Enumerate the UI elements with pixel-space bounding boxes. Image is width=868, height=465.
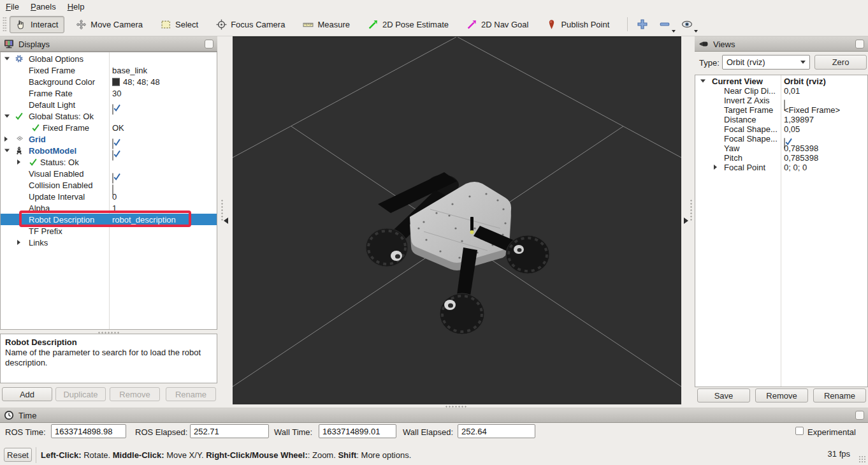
- wall-time-input[interactable]: [319, 424, 396, 438]
- property-value[interactable]: OK: [112, 123, 124, 133]
- tool-2d-pose-estimate[interactable]: 2D Pose Estimate: [361, 16, 455, 33]
- property-value[interactable]: 1: [112, 203, 117, 213]
- zero-button[interactable]: Zero: [814, 55, 867, 70]
- tree-row-focal-shape[interactable]: Focal Shape...: [695, 133, 867, 143]
- menu-item-panels[interactable]: Panels: [25, 1, 62, 13]
- mouse-help-text: Left-Click: Rotate. Middle-Click: Move X…: [41, 450, 411, 460]
- tree-row-default-light[interactable]: Default Light: [1, 99, 217, 110]
- expander-closed-icon[interactable]: [17, 240, 20, 245]
- tree-row-status-ok[interactable]: Status: Ok: [1, 156, 217, 168]
- ros-time-input[interactable]: [51, 424, 126, 438]
- tree-row-frame-rate[interactable]: Frame Rate30: [1, 87, 217, 99]
- property-label: Current View: [712, 76, 763, 85]
- toolbar-drag-handle[interactable]: [3, 17, 7, 32]
- tree-row-robot-description[interactable]: Robot Descriptionrobot_description: [1, 214, 217, 225]
- tree-row-current-view[interactable]: Current ViewOrbit (rviz): [695, 76, 867, 85]
- duplicate-button[interactable]: Duplicate: [55, 387, 106, 401]
- property-value[interactable]: 0: [112, 192, 117, 202]
- collapse-left-arrow-icon[interactable]: [224, 218, 228, 224]
- tree-row-near-clip-di[interactable]: Near Clip Di...0,01: [695, 85, 867, 95]
- tool-label: Interact: [31, 20, 58, 29]
- tool-select[interactable]: Select: [154, 16, 205, 33]
- time-icon: [4, 410, 18, 420]
- property-value[interactable]: robot_description: [112, 215, 176, 225]
- displays-float-button[interactable]: [205, 40, 213, 48]
- tree-row-distance[interactable]: Distance1,39897: [695, 114, 867, 124]
- views-float-button[interactable]: [855, 40, 864, 48]
- rename-button[interactable]: Rename: [813, 388, 866, 402]
- chevron-down-icon: [672, 30, 676, 33]
- menu-item-file[interactable]: File: [0, 1, 25, 13]
- remove-button[interactable]: Remove: [110, 387, 160, 401]
- reset-button[interactable]: Reset: [4, 448, 32, 462]
- property-value[interactable]: <Fixed Frame>: [784, 105, 840, 114]
- tree-row-tf-prefix[interactable]: TF Prefix: [1, 225, 217, 237]
- property-value[interactable]: 0,785398: [784, 152, 818, 162]
- displays-tree: Global OptionsFixed Framebase_linkBackgr…: [0, 52, 217, 330]
- tree-row-focal-shape[interactable]: Focal Shape...0,05: [695, 124, 867, 133]
- property-label: Fixed Frame: [29, 66, 75, 75]
- remove-button[interactable]: Remove: [755, 388, 808, 402]
- tree-row-focal-point[interactable]: Focal Point0; 0; 0: [695, 162, 867, 172]
- views-panel-title: Views: [713, 40, 735, 49]
- tree-row-global-options[interactable]: Global Options: [1, 53, 217, 64]
- save-button[interactable]: Save: [697, 388, 750, 402]
- wall-elapsed-input[interactable]: [458, 424, 535, 438]
- tree-row-fixed-frame[interactable]: Fixed Framebase_link: [1, 64, 217, 76]
- tool-remove-tool-icon[interactable]: [656, 17, 673, 31]
- tree-row-links[interactable]: Links: [1, 237, 217, 248]
- ros-elapsed-input[interactable]: [190, 424, 269, 438]
- property-value[interactable]: 0,785398: [784, 143, 818, 152]
- property-label: Distance: [724, 114, 756, 124]
- property-label: Grid: [29, 135, 46, 144]
- collapse-right-arrow-icon[interactable]: [684, 218, 688, 224]
- right-splitter-dots[interactable]: [690, 199, 693, 221]
- property-value[interactable]: 1,39897: [784, 114, 814, 124]
- experimental-checkbox[interactable]: [795, 427, 804, 435]
- color-property-value[interactable]: 48; 48; 48: [112, 77, 160, 87]
- time-float-button[interactable]: [855, 411, 864, 420]
- property-value[interactable]: 0,01: [784, 85, 800, 95]
- tree-row-visual-enabled[interactable]: Visual Enabled: [1, 168, 217, 179]
- expander-open-icon[interactable]: [4, 57, 10, 61]
- property-value[interactable]: 30: [112, 89, 121, 98]
- tool-visibility-icon[interactable]: [679, 17, 695, 31]
- resize-grip[interactable]: [858, 455, 866, 463]
- tool-measure[interactable]: Measure: [296, 16, 356, 33]
- tree-row-yaw[interactable]: Yaw0,785398: [695, 143, 867, 152]
- view-type-combobox[interactable]: Orbit (rviz): [722, 55, 810, 70]
- tree-row-grid[interactable]: Grid: [1, 133, 217, 145]
- tree-row-pitch[interactable]: Pitch0,785398: [695, 152, 867, 162]
- expander-closed-icon[interactable]: [714, 165, 717, 170]
- property-value[interactable]: Orbit (rviz): [784, 76, 826, 85]
- expander-closed-icon[interactable]: [4, 137, 8, 142]
- tool-publish-point[interactable]: Publish Point: [540, 16, 616, 33]
- property-value[interactable]: base_link: [112, 66, 147, 75]
- property-value[interactable]: 0; 0; 0: [784, 162, 807, 172]
- expander-closed-icon[interactable]: [17, 159, 20, 165]
- tool-2d-nav-goal[interactable]: 2D Nav Goal: [460, 16, 535, 33]
- tool-focus-camera[interactable]: Focus Camera: [210, 16, 291, 33]
- tree-row-invert-z-axis[interactable]: Invert Z Axis: [695, 95, 867, 105]
- property-label: Near Clip Di...: [724, 85, 776, 95]
- 3d-viewport[interactable]: [233, 36, 681, 404]
- grid-icon: [15, 135, 24, 144]
- tree-row-update-interval[interactable]: Update Interval0: [1, 191, 217, 202]
- expander-open-icon[interactable]: [700, 79, 705, 82]
- tool-move-camera[interactable]: Move Camera: [69, 16, 149, 33]
- menu-item-help[interactable]: Help: [62, 1, 90, 13]
- property-value[interactable]: 0,05: [784, 124, 800, 133]
- expander-open-icon[interactable]: [4, 149, 10, 152]
- tree-row-fixed-frame[interactable]: Fixed FrameOK: [1, 122, 217, 133]
- tree-row-background-color[interactable]: Background Color48; 48; 48: [1, 76, 217, 87]
- tree-row-collision-enabled[interactable]: Collision Enabled: [1, 179, 217, 191]
- add-button[interactable]: Add: [2, 387, 52, 401]
- tool-add-tool-icon[interactable]: [634, 17, 651, 31]
- tree-row-global-status-ok[interactable]: Global Status: Ok: [1, 110, 217, 122]
- rename-button[interactable]: Rename: [166, 387, 216, 401]
- expander-open-icon[interactable]: [4, 115, 10, 118]
- tree-row-alpha[interactable]: Alpha1: [1, 202, 217, 214]
- tool-interact[interactable]: Interact: [10, 16, 64, 33]
- tree-row-target-frame[interactable]: Target Frame<Fixed Frame>: [695, 105, 867, 114]
- tree-row-robotmodel[interactable]: RobotModel: [1, 145, 217, 156]
